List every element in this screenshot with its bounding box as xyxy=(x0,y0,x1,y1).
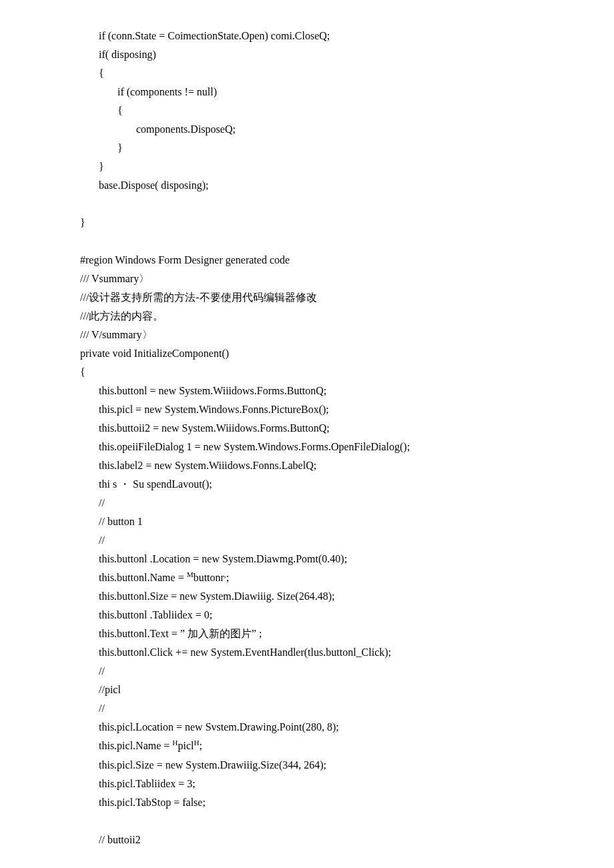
code-line: if (components != null) xyxy=(80,83,534,101)
blank-line xyxy=(80,232,534,251)
code-line: thi s ・ Su spendLavout(); xyxy=(80,475,534,494)
code-line: // xyxy=(80,531,534,550)
code-line: if( disposing) xyxy=(80,45,534,64)
code-line: this.buttonl.Name = Mbuttonr,; xyxy=(80,568,534,587)
code-line: this.buttonl .Tabliidex = 0; xyxy=(80,606,534,624)
blank-line xyxy=(80,195,534,213)
code-document: if (conn.State = CoimectionState.Open) c… xyxy=(80,27,534,849)
code-line: this.picl = new System.Windows.Fonns.Pic… xyxy=(80,400,534,419)
code-line: { xyxy=(80,64,534,83)
code-line: // button 1 xyxy=(80,512,534,531)
code-line: base.Dispose( disposing); xyxy=(80,176,534,195)
code-line: components.DisposeQ; xyxy=(80,120,534,139)
code-line: //picl xyxy=(80,681,534,699)
code-line: // xyxy=(80,662,534,681)
code-line: this.buttonl.Text = ” 加入新的图片” ; xyxy=(80,624,534,643)
code-line: // buttoii2 xyxy=(80,831,534,849)
code-line: ///设计器支持所需的方法-不要使用代码编辑器修改 xyxy=(80,288,534,307)
code-line: /// V/summary〉 xyxy=(80,326,534,344)
code-line: this.buttonl.Click += new System.EventHa… xyxy=(80,643,534,662)
code-line: this.buttonl.Size = new System.Diawiiig.… xyxy=(80,587,534,606)
code-line: #region Windows Form Designer generated … xyxy=(80,251,534,270)
code-line: this.picl.Size = new System.Drawiiig.Siz… xyxy=(80,756,534,775)
code-line: // xyxy=(80,699,534,718)
code-line: this.buttoii2 = new System.Wiiidows.Form… xyxy=(80,419,534,438)
code-line: this.opeiiFileDialog 1 = new System.Wind… xyxy=(80,438,534,456)
code-line: this.picl.TabStop = false; xyxy=(80,793,534,812)
code-line: { xyxy=(80,363,534,382)
code-line: if (conn.State = CoimectionState.Open) c… xyxy=(80,27,534,45)
code-line: /// Vsummary〉 xyxy=(80,270,534,288)
code-line: // xyxy=(80,494,534,512)
code-line: this.buttonl = new System.Wiiidows.Forms… xyxy=(80,382,534,400)
code-line: this.buttonl .Location = new System.Diaw… xyxy=(80,550,534,568)
blank-line xyxy=(80,812,534,831)
code-line: this.picl.Tabliidex = 3; xyxy=(80,775,534,793)
code-line: ///此方法的内容。 xyxy=(80,307,534,326)
code-line: this.picl.Name = HpiclH; xyxy=(80,737,534,755)
code-line: } xyxy=(80,157,534,176)
code-line: this.label2 = new System.Wiiidows.Fonns.… xyxy=(80,456,534,475)
code-line: } xyxy=(80,213,534,232)
code-line: { xyxy=(80,101,534,120)
code-line: private void InitializeComponent() xyxy=(80,344,534,363)
code-line: } xyxy=(80,139,534,157)
code-line: this.picl.Location = new Svstem.Drawing.… xyxy=(80,718,534,737)
